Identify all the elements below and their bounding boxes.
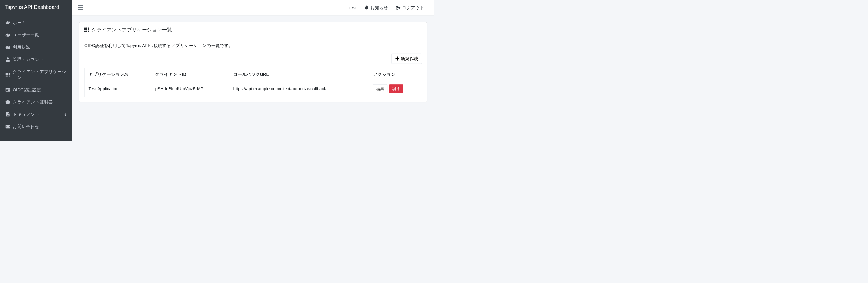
chevron-left-icon: ❮ [64,112,67,116]
grid-icon [84,27,89,33]
home-icon [5,21,10,25]
cell-actions: 編集 削除 [369,81,422,97]
card-header: クライアントアプリケーション一覧 [79,23,427,37]
sidebar-item-admin-account[interactable]: 管理アカウント [0,53,72,66]
sidebar-item-contact[interactable]: お問い合わせ [0,120,72,133]
sidebar-item-label: 利用状況 [13,44,67,50]
sidebar: Tapyrus API Dashboard ホーム ユーザー一覧 利用状況 管理… [0,0,72,141]
user-icon [5,57,10,62]
bell-icon [365,5,369,10]
logout-label: ログアウト [402,5,425,11]
sidebar-item-label: クライアント証明書 [13,99,67,105]
envelope-icon [5,125,10,129]
delete-button[interactable]: 削除 [389,84,403,93]
sidebar-item-label: お問い合わせ [13,123,67,130]
sidebar-item-label: 管理アカウント [13,57,67,63]
sidebar-item-label: OIDC認証設定 [13,87,67,93]
sidebar-item-home[interactable]: ホーム [0,17,72,29]
notifications-label: お知らせ [370,5,388,11]
cell-callback-url: https://api.example.com/client/authorize… [229,81,369,97]
certificate-icon [5,100,10,104]
th-actions: アクション [369,68,422,81]
logout-link[interactable]: ログアウト [392,5,429,11]
sidebar-item-client-cert[interactable]: クライアント証明書 [0,96,72,108]
menu-toggle-button[interactable] [78,5,83,11]
file-icon [5,112,10,116]
cell-name: Test Application [84,81,151,97]
dashboard-icon [5,45,10,49]
client-apps-card: クライアントアプリケーション一覧 OIDC認証を利用してTapyrus APIへ… [79,23,427,102]
sidebar-item-oidc-settings[interactable]: OIDC認証設定 [0,84,72,96]
plus-icon [395,56,400,61]
users-icon [5,33,10,37]
th-name: アプリケーション名 [84,68,151,81]
sidebar-item-usage[interactable]: 利用状況 [0,41,72,54]
sidebar-item-client-apps[interactable]: クライアントアプリケーション [0,66,72,84]
page-title: クライアントアプリケーション一覧 [91,27,172,33]
create-button[interactable]: 新規作成 [391,54,422,64]
notifications-link[interactable]: お知らせ [361,5,392,11]
sidebar-item-documents[interactable]: ドキュメント ❮ [0,108,72,121]
bars-icon [78,5,83,10]
th-client-id: クライアントID [151,68,229,81]
table-row: Test Application pSHdoBlmrlUmVjcz5rMP ht… [84,81,422,97]
logout-icon [396,5,401,10]
sidebar-item-label: ホーム [13,20,67,26]
sidebar-item-label: クライアントアプリケーション [13,69,67,81]
create-button-label: 新規作成 [401,56,418,62]
sidebar-item-label: ドキュメント [13,111,62,117]
brand-title[interactable]: Tapyrus API Dashboard [0,0,72,14]
cell-client-id: pSHdoBlmrlUmVjcz5rMP [151,81,229,97]
client-apps-table: アプリケーション名 クライアントID コールバックURL アクション Test … [84,68,422,97]
topbar: test お知らせ ログアウト [72,0,434,15]
sidebar-item-label: ユーザー一覧 [13,32,67,38]
edit-button[interactable]: 編集 [373,84,387,93]
sidebar-item-users[interactable]: ユーザー一覧 [0,29,72,41]
th-callback-url: コールバックURL [229,68,369,81]
page-description: OIDC認証を利用してTapyrus APIへ接続するアプリケーションの一覧です… [84,43,422,49]
main-content: クライアントアプリケーション一覧 OIDC認証を利用してTapyrus APIへ… [72,15,434,109]
grid-icon [5,73,10,77]
id-card-icon [5,87,10,92]
sidebar-nav: ホーム ユーザー一覧 利用状況 管理アカウント クライアントアプリケーション O… [0,14,72,135]
username-link[interactable]: test [345,5,361,10]
